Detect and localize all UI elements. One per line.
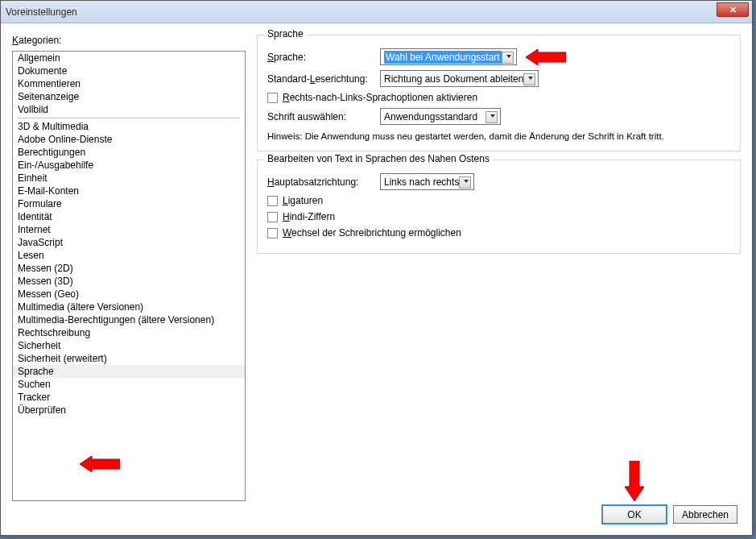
list-item[interactable]: Sicherheit (erweitert) xyxy=(13,352,245,365)
annotation-arrow xyxy=(625,461,644,501)
list-item[interactable]: Allgemein xyxy=(13,52,245,64)
language-label: Sprache: xyxy=(267,52,372,63)
list-item[interactable]: Überprüfen xyxy=(13,404,245,417)
ligatures-checkbox[interactable]: Ligaturen xyxy=(267,195,730,206)
cancel-button[interactable]: Abbrechen xyxy=(673,505,737,524)
annotation-arrow xyxy=(80,456,120,472)
list-item[interactable]: Einheit xyxy=(13,172,245,185)
list-item[interactable]: Internet xyxy=(13,223,245,236)
paragraph-direction-select[interactable]: Links nach rechts xyxy=(380,173,474,190)
paragraph-direction-label: Hauptabsatzrichtung: xyxy=(267,176,372,188)
middle-east-group: Bearbeiten von Text in Sprachen des Nahe… xyxy=(257,160,741,254)
close-button[interactable]: ✕ xyxy=(717,2,749,17)
list-item[interactable]: Ein-/Ausgabehilfe xyxy=(13,159,245,172)
list-item[interactable]: JavaScript xyxy=(13,236,245,249)
footer-buttons: OK Abbrechen xyxy=(602,505,737,524)
list-item[interactable]: Kommentieren xyxy=(13,77,245,90)
list-item[interactable]: Dokumente xyxy=(13,64,245,77)
hindi-digits-checkbox[interactable]: Hindi-Ziffern xyxy=(267,211,730,222)
group-title-me: Bearbeiten von Text in Sprachen des Nahe… xyxy=(264,153,493,164)
list-item[interactable]: 3D & Multimedia xyxy=(13,120,245,133)
list-item[interactable]: Formulare xyxy=(13,197,245,210)
language-group: Sprache Sprache: Wahl bei Anwendungsstar… xyxy=(257,35,741,151)
list-item[interactable]: Lesen xyxy=(13,249,245,262)
restart-hint: Hinweis: Die Anwendung muss neu gestarte… xyxy=(267,131,730,141)
list-item[interactable]: Vollbild xyxy=(13,103,245,116)
writing-direction-checkbox[interactable]: Wechsel der Schreibrichtung ermöglichen xyxy=(267,227,730,238)
ok-button[interactable]: OK xyxy=(602,505,667,524)
list-item[interactable]: Tracker xyxy=(13,391,245,404)
list-item[interactable]: Sicherheit xyxy=(13,339,245,352)
ligatures-label: Ligaturen xyxy=(283,195,323,206)
language-select[interactable]: Wahl bei Anwendungsstart xyxy=(380,48,517,65)
list-item[interactable]: Berechtigungen xyxy=(13,146,245,159)
rtl-options-label: Rechts-nach-Links-Sprachoptionen aktivie… xyxy=(283,92,477,103)
categories-listbox[interactable]: AllgemeinDokumenteKommentierenSeitenanze… xyxy=(12,51,246,501)
writing-direction-label: Wechsel der Schreibrichtung ermöglichen xyxy=(283,227,461,238)
titlebar: Voreinstellungen ✕ xyxy=(1,1,752,23)
reading-direction-label: Standard-Leserichtung: xyxy=(267,73,372,85)
window-title: Voreinstellungen xyxy=(6,6,77,18)
list-item[interactable]: E-Mail-Konten xyxy=(13,185,245,197)
categories-label: Kategorien: xyxy=(12,35,246,46)
reading-direction-select[interactable]: Richtung aus Dokument ableiten xyxy=(380,70,539,87)
annotation-arrow xyxy=(526,49,566,65)
preferences-dialog: Voreinstellungen ✕ Kategorien: Allgemein… xyxy=(0,0,753,536)
list-item[interactable]: Sprache xyxy=(13,365,245,378)
list-item[interactable]: Messen (3D) xyxy=(13,275,245,288)
list-item[interactable]: Adobe Online-Dienste xyxy=(13,133,245,146)
group-title-language: Sprache xyxy=(264,28,307,39)
rtl-options-checkbox[interactable]: Rechts-nach-Links-Sprachoptionen aktivie… xyxy=(267,92,730,103)
list-item[interactable]: Multimedia (ältere Versionen) xyxy=(13,301,245,313)
font-select[interactable]: Anwendungsstandard xyxy=(380,108,501,125)
list-item[interactable]: Multimedia-Berechtigungen (ältere Versio… xyxy=(13,313,245,326)
list-item[interactable]: Messen (Geo) xyxy=(13,288,245,301)
list-item[interactable]: Rechtschreibung xyxy=(13,326,245,339)
font-select-label: Schrift auswählen: xyxy=(267,111,372,122)
list-item[interactable]: Identität xyxy=(13,210,245,223)
list-item[interactable]: Messen (2D) xyxy=(13,262,245,275)
list-item[interactable]: Seitenanzeige xyxy=(13,90,245,103)
hindi-digits-label: Hindi-Ziffern xyxy=(283,211,335,222)
list-item[interactable]: Suchen xyxy=(13,378,245,391)
